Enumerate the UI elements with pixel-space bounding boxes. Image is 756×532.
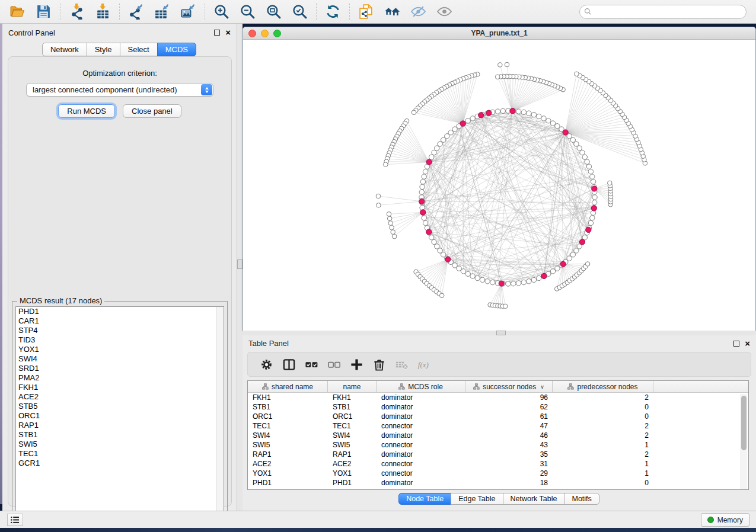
- table-row[interactable]: TEC1TEC1connector472: [248, 421, 748, 431]
- add-column-button[interactable]: [346, 354, 366, 374]
- column-header-successor-nodes[interactable]: successor nodes∨: [465, 381, 553, 392]
- table-options-button[interactable]: [256, 354, 276, 374]
- hide-selected-button[interactable]: [407, 2, 429, 21]
- mcds-result-item[interactable]: SWI4: [16, 354, 224, 364]
- vertical-split-grip[interactable]: [237, 259, 243, 269]
- mcds-result-item[interactable]: ACE2: [16, 392, 224, 402]
- cell-predecessor-nodes: 2: [553, 422, 653, 430]
- export-network-button[interactable]: [125, 2, 147, 21]
- close-panel-button[interactable]: Close panel: [123, 104, 181, 118]
- delete-column-button[interactable]: [369, 354, 389, 374]
- save-session-button[interactable]: [32, 2, 55, 21]
- network-list-button[interactable]: [7, 514, 23, 526]
- table-row[interactable]: SWI5SWI5connector431: [248, 440, 748, 450]
- mcds-result-item[interactable]: STP4: [16, 326, 224, 335]
- window-minimize-icon[interactable]: [261, 30, 269, 37]
- close-panel-icon[interactable]: ×: [225, 30, 231, 36]
- mcds-result-item[interactable]: FKH1: [16, 383, 224, 392]
- table-row[interactable]: STB1STB1dominator620: [248, 402, 748, 412]
- export-image-button[interactable]: [177, 2, 199, 21]
- split-panel-button[interactable]: [279, 354, 299, 374]
- network-window-titlebar[interactable]: YPA_prune.txt_1: [243, 27, 755, 40]
- window-close-icon[interactable]: [248, 30, 256, 37]
- search-input[interactable]: [579, 5, 747, 19]
- mcds-result-item[interactable]: SRD1: [16, 364, 224, 373]
- column-header-MCDS-role[interactable]: MCDS role: [377, 381, 465, 392]
- table-row[interactable]: YOX1YOX1connector291: [248, 469, 748, 478]
- tab-network[interactable]: Network: [42, 43, 87, 56]
- tab-select[interactable]: Select: [120, 43, 158, 56]
- export-table-button[interactable]: [151, 2, 173, 21]
- zoom-out-button[interactable]: [236, 2, 259, 21]
- float-table-panel-icon[interactable]: [733, 341, 739, 347]
- memory-button[interactable]: Memory: [701, 513, 749, 527]
- network-canvas[interactable]: [243, 40, 755, 331]
- export-image-icon: [180, 4, 196, 20]
- open-file-button[interactable]: [6, 2, 28, 21]
- table-header-row: shared namenameMCDS rolesuccessor nodes∨…: [248, 381, 748, 393]
- vertical-split-divider[interactable]: [237, 24, 243, 511]
- tab-motifs[interactable]: Motifs: [564, 493, 599, 505]
- tab-edge-table[interactable]: Edge Table: [451, 493, 503, 505]
- mcds-result-item[interactable]: ORC1: [16, 411, 224, 421]
- table-row[interactable]: SWI4SWI4dominator462: [248, 431, 748, 440]
- run-mcds-button[interactable]: Run MCDS: [58, 104, 115, 118]
- hierarchy-icon: [398, 383, 405, 390]
- mcds-hub-node: [510, 108, 515, 114]
- mcds-result-item[interactable]: TID3: [16, 335, 224, 345]
- mcds-result-item[interactable]: YOX1: [16, 345, 224, 354]
- table-row[interactable]: PHD1PHD1dominator180: [248, 478, 748, 488]
- import-network-button[interactable]: [65, 2, 88, 21]
- refresh-button[interactable]: [321, 2, 344, 21]
- mcds-result-item[interactable]: PMA2: [16, 373, 224, 383]
- export-network-icon: [128, 4, 144, 20]
- zoom-fit-button[interactable]: [262, 2, 285, 21]
- import-table-button[interactable]: [91, 2, 114, 21]
- cell-successor-nodes: 96: [465, 393, 553, 402]
- copy-network-icon: [358, 4, 374, 20]
- mcds-result-item[interactable]: PHD1: [16, 307, 224, 316]
- mcds-result-list[interactable]: PHD1CAR1STP4TID3YOX1SWI4SRD1PMA2FKH1ACE2…: [15, 306, 224, 517]
- table-scrollbar-thumb[interactable]: [741, 396, 747, 450]
- horizontal-split-divider[interactable]: [243, 331, 756, 335]
- column-header-name[interactable]: name: [328, 381, 377, 392]
- mcds-list-scrollbar[interactable]: [216, 307, 224, 517]
- zoom-in-button[interactable]: [210, 2, 232, 21]
- mcds-result-item[interactable]: TEC1: [16, 449, 224, 459]
- toolbar-group: [321, 2, 344, 21]
- table-row[interactable]: FKH1FKH1dominator962: [248, 393, 748, 402]
- optimization-criterion-select[interactable]: largest connected component (undirected): [26, 83, 213, 97]
- mcds-result-item[interactable]: SWI5: [16, 440, 224, 449]
- tab-mcds[interactable]: MCDS: [157, 43, 196, 56]
- cell-shared-name: SWI5: [248, 441, 328, 449]
- window-zoom-icon[interactable]: [273, 30, 281, 37]
- zoom-selected-button[interactable]: [288, 2, 311, 21]
- show-all-button[interactable]: [433, 2, 455, 21]
- mcds-result-item[interactable]: STB5: [16, 402, 224, 411]
- column-header-predecessor-nodes[interactable]: predecessor nodes: [553, 381, 653, 392]
- horizontal-split-grip[interactable]: [496, 331, 506, 335]
- mcds-result-item[interactable]: STB1: [16, 430, 224, 440]
- table-row[interactable]: ORC1ORC1dominator610: [248, 412, 748, 421]
- deselect-all-button[interactable]: [324, 354, 344, 374]
- cell-predecessor-nodes: 2: [553, 450, 653, 459]
- close-table-panel-icon[interactable]: ×: [745, 341, 750, 347]
- save-session-icon: [36, 4, 52, 20]
- table-row[interactable]: RAP1RAP1dominator352: [248, 450, 748, 459]
- first-neighbors-button[interactable]: [381, 2, 403, 21]
- select-all-icon: [305, 358, 318, 371]
- mcds-result-item[interactable]: RAP1: [16, 421, 224, 430]
- select-all-button[interactable]: [301, 354, 321, 374]
- float-panel-icon[interactable]: [214, 30, 220, 36]
- table-scrollbar[interactable]: [740, 394, 747, 489]
- tab-style[interactable]: Style: [87, 43, 120, 56]
- table-row[interactable]: ACE2ACE2connector311: [248, 459, 748, 469]
- tab-network-table[interactable]: Network Table: [503, 493, 565, 505]
- mcds-result-item[interactable]: GCR1: [16, 459, 224, 468]
- copy-network-button[interactable]: [355, 2, 377, 21]
- tab-node-table[interactable]: Node Table: [398, 493, 451, 505]
- column-header-shared-name[interactable]: shared name: [248, 381, 328, 392]
- mcds-result-item[interactable]: CAR1: [16, 316, 224, 326]
- column-label: shared name: [272, 383, 313, 391]
- show-all-icon: [436, 4, 452, 20]
